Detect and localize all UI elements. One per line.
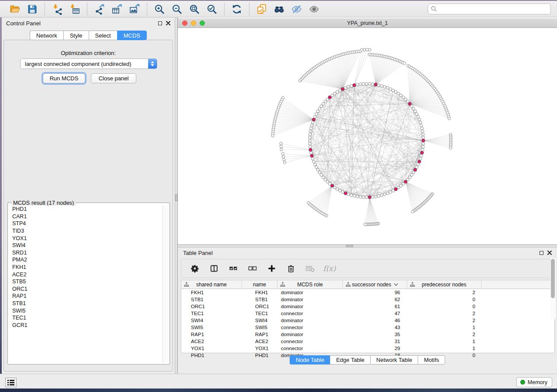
tab-network[interactable]: Network	[30, 31, 63, 40]
graph-node[interactable]	[371, 83, 374, 86]
table-row[interactable]: ACE2ACE2connector311	[181, 338, 554, 345]
graph-node[interactable]	[339, 89, 342, 92]
graph-node[interactable]	[314, 115, 317, 118]
graph-node[interactable]	[336, 188, 339, 191]
graph-node[interactable]	[389, 191, 392, 194]
mcds-result-item[interactable]: SRD1	[9, 249, 163, 257]
zoom-selected-button[interactable]	[205, 3, 219, 16]
graph-node[interactable]	[399, 94, 402, 97]
graph-node[interactable]	[315, 113, 318, 116]
graph-node[interactable]	[320, 105, 323, 108]
vertical-splitter[interactable]	[175, 17, 178, 374]
graph-node[interactable]	[412, 107, 415, 110]
graph-node[interactable]	[392, 189, 395, 193]
graph-node[interactable]	[421, 127, 424, 130]
mcds-result-item[interactable]: SWI4	[9, 242, 163, 249]
mcds-result-item[interactable]: TID3	[9, 227, 163, 235]
graph-node[interactable]	[419, 157, 422, 160]
tab-network-table[interactable]: Network Table	[370, 355, 418, 364]
close-panel-icon[interactable]	[166, 21, 170, 25]
graph-node[interactable]	[280, 145, 282, 148]
mcds-result-item[interactable]: ORC1	[9, 285, 163, 293]
graph-node[interactable]	[356, 195, 359, 198]
graph-node[interactable]	[412, 171, 415, 174]
float-panel-icon[interactable]	[540, 251, 543, 255]
column-header-MCDS-role[interactable]: MCDS role	[277, 280, 343, 289]
graph-node[interactable]	[307, 201, 310, 204]
graph-node[interactable]	[374, 195, 377, 198]
network-window-titlebar[interactable]: YPA_prune.txt_1	[178, 18, 557, 28]
graph-node[interactable]	[311, 121, 315, 124]
graph-node[interactable]	[422, 133, 425, 136]
table-row[interactable]: SWI4SWI4dominator462	[181, 317, 554, 324]
graph-hub-node[interactable]	[310, 154, 313, 157]
graph-hub-node[interactable]	[344, 192, 347, 195]
graph-node[interactable]	[333, 92, 336, 95]
graph-node[interactable]	[414, 110, 417, 113]
graph-node[interactable]	[377, 84, 381, 87]
graph-node[interactable]	[448, 117, 450, 120]
graph-node[interactable]	[312, 160, 315, 163]
save-session-button[interactable]	[25, 3, 39, 16]
graph-node[interactable]	[320, 173, 323, 176]
graph-node[interactable]	[410, 105, 413, 108]
graph-node[interactable]	[315, 166, 318, 169]
graph-node[interactable]	[318, 171, 321, 174]
graph-hub-node[interactable]	[341, 87, 344, 90]
graph-node[interactable]	[324, 178, 327, 181]
criterion-dropdown[interactable]: largest connected component (undirected)	[20, 58, 157, 69]
column-header-successor-nodes[interactable]: successor nodes	[343, 280, 407, 289]
graph-node[interactable]	[341, 191, 344, 194]
network-graph[interactable]	[178, 28, 557, 244]
graph-node[interactable]	[331, 94, 334, 97]
splitter-grip[interactable]	[346, 245, 353, 247]
graph-node[interactable]	[314, 163, 317, 166]
graph-node[interactable]	[422, 136, 425, 139]
graph-node[interactable]	[329, 182, 332, 186]
table-row[interactable]: TEC1TEC1connector472	[181, 310, 554, 317]
mcds-result-item[interactable]: RAP1	[9, 292, 163, 300]
graph-node[interactable]	[281, 152, 284, 155]
graph-node[interactable]	[322, 103, 325, 106]
graph-node[interactable]	[360, 48, 363, 51]
graph-node[interactable]	[282, 155, 284, 158]
graph-node[interactable]	[318, 107, 321, 110]
graph-hub-node[interactable]	[374, 83, 377, 86]
first-neighbors-button[interactable]	[272, 3, 286, 16]
mcds-result-item[interactable]: CAR1	[9, 213, 163, 220]
export-network-button[interactable]	[93, 3, 107, 16]
graph-node[interactable]	[308, 145, 311, 148]
table-row[interactable]: ORC1ORC1dominator610	[181, 303, 554, 310]
graph-hub-node[interactable]	[422, 139, 425, 142]
table-row[interactable]: STB1STB1dominator620	[181, 296, 554, 303]
graph-node[interactable]	[344, 86, 347, 89]
graph-node[interactable]	[422, 145, 425, 148]
search-input[interactable]	[428, 3, 551, 14]
zoom-in-button[interactable]	[152, 3, 166, 16]
graph-node[interactable]	[403, 62, 405, 65]
graph-node[interactable]	[365, 196, 368, 199]
graph-node[interactable]	[359, 83, 362, 86]
panel-menu-button[interactable]	[5, 378, 17, 387]
settings-button[interactable]	[190, 264, 200, 273]
graph-node[interactable]	[420, 154, 423, 157]
graph-node[interactable]	[363, 223, 366, 226]
show-details-button[interactable]	[307, 3, 321, 16]
mcds-result-item[interactable]: STB1	[9, 300, 163, 307]
graph-node[interactable]	[316, 168, 319, 172]
graph-node[interactable]	[417, 163, 420, 166]
import-table-button[interactable]	[68, 3, 82, 16]
graph-node[interactable]	[402, 182, 405, 186]
tab-select[interactable]: Select	[89, 31, 117, 40]
table-row[interactable]: SWI5SWI5connector431	[181, 324, 554, 331]
graph-node[interactable]	[350, 84, 353, 87]
graph-node[interactable]	[394, 90, 398, 93]
splitter-grip[interactable]	[175, 194, 177, 201]
graph-node[interactable]	[280, 148, 283, 151]
graph-node[interactable]	[283, 161, 286, 164]
zoom-fit-button[interactable]	[187, 3, 201, 16]
import-network-button[interactable]	[50, 3, 64, 16]
select-all-checkboxes-button[interactable]	[228, 264, 238, 273]
graph-node[interactable]	[326, 180, 329, 183]
graph-node[interactable]	[339, 189, 342, 193]
